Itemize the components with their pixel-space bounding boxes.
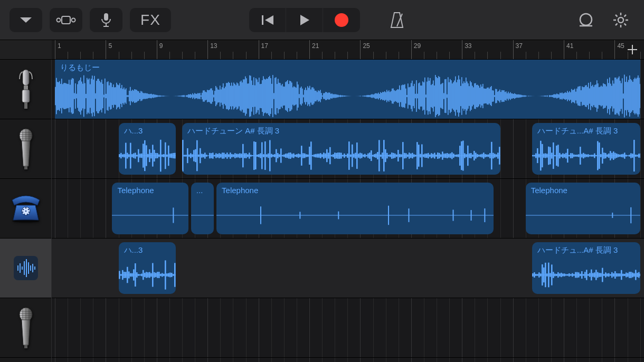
ruler-tick: 45 — [614, 40, 624, 59]
region-waveform — [55, 73, 640, 119]
svg-rect-419 — [431, 85, 432, 107]
track-lane[interactable]: ハ...3ハードチュ...A# 長調 3 — [52, 239, 644, 298]
track-header[interactable] — [0, 179, 51, 239]
metronome-button[interactable] — [383, 8, 411, 32]
svg-rect-105 — [99, 81, 100, 111]
svg-rect-150 — [147, 93, 148, 99]
svg-rect-603 — [625, 82, 626, 110]
svg-rect-596 — [618, 78, 619, 115]
track-view-button[interactable] — [50, 8, 82, 32]
svg-rect-468 — [482, 84, 484, 108]
audio-region[interactable]: ハードチューン A# 長調 3 — [182, 123, 500, 175]
svg-rect-546 — [565, 92, 566, 100]
ruler[interactable]: 159131721252933374145 — [52, 40, 621, 59]
region-label: Telephone — [112, 183, 188, 195]
microphone-button[interactable] — [90, 8, 122, 32]
play-button[interactable] — [286, 8, 323, 32]
svg-rect-458 — [472, 86, 473, 107]
svg-rect-323 — [329, 93, 330, 100]
svg-rect-497 — [513, 94, 514, 98]
svg-rect-234 — [235, 85, 236, 107]
track-header[interactable] — [0, 119, 51, 179]
svg-rect-115 — [110, 82, 111, 109]
svg-rect-288 — [292, 88, 293, 105]
fx-button[interactable]: FX — [130, 8, 171, 32]
svg-rect-557 — [576, 89, 577, 103]
loop-icon — [577, 12, 594, 28]
svg-point-35 — [25, 207, 26, 209]
svg-rect-101 — [95, 93, 96, 99]
svg-rect-466 — [480, 84, 481, 108]
svg-rect-251 — [253, 77, 254, 115]
audio-region[interactable]: ハードチュ...A# 長調 3 — [532, 123, 640, 175]
svg-rect-600 — [622, 78, 623, 113]
audio-region[interactable]: ハ...3 — [119, 242, 176, 294]
audio-region[interactable]: りるもじー — [55, 60, 640, 119]
svg-rect-91 — [84, 83, 86, 109]
svg-point-40 — [23, 214, 25, 215]
svg-rect-551 — [570, 92, 571, 100]
svg-rect-295 — [300, 88, 301, 104]
svg-rect-113 — [108, 81, 109, 111]
svg-rect-362 — [371, 94, 372, 98]
svg-rect-525 — [543, 96, 544, 97]
svg-rect-537 — [555, 94, 556, 98]
record-button[interactable] — [323, 8, 360, 32]
svg-rect-929 — [173, 207, 174, 223]
track-lanes[interactable]: りるもじーハ...3ハードチューン A# 長調 3ハードチュ...A# 長調 3… — [52, 60, 644, 362]
svg-rect-300 — [305, 88, 306, 104]
settings-button[interactable] — [607, 8, 634, 32]
track-header[interactable] — [0, 239, 51, 298]
menu-dropdown-button[interactable] — [10, 8, 42, 32]
audio-region[interactable]: Telephone — [112, 183, 188, 234]
track-lane[interactable] — [52, 298, 644, 358]
svg-rect-306 — [311, 88, 312, 105]
svg-rect-527 — [545, 96, 546, 97]
audio-region[interactable]: Telephone — [216, 183, 494, 234]
audio-region[interactable]: ハ...3 — [119, 123, 176, 175]
svg-rect-579 — [600, 87, 601, 105]
svg-rect-526 — [544, 96, 545, 96]
svg-rect-267 — [270, 78, 271, 114]
rewind-button[interactable] — [249, 8, 286, 32]
svg-rect-435 — [448, 77, 449, 115]
track-lane[interactable]: りるもじー — [52, 60, 644, 119]
svg-rect-117 — [112, 87, 113, 105]
svg-rect-938 — [484, 208, 485, 222]
svg-rect-307 — [312, 87, 314, 104]
svg-rect-287 — [291, 82, 292, 109]
svg-rect-315 — [321, 93, 322, 99]
svg-rect-602 — [624, 74, 625, 117]
svg-line-17 — [624, 15, 627, 17]
svg-rect-219 — [220, 85, 221, 106]
svg-rect-550 — [569, 91, 570, 101]
svg-rect-372 — [381, 93, 382, 99]
svg-rect-534 — [552, 95, 553, 97]
svg-rect-248 — [250, 76, 251, 117]
svg-rect-93 — [87, 78, 88, 115]
svg-rect-188 — [187, 95, 188, 97]
audio-region[interactable]: ハードチュ...A# 長調 3 — [532, 242, 640, 294]
svg-rect-196 — [195, 94, 196, 99]
svg-rect-305 — [310, 90, 311, 103]
audio-region[interactable]: ... — [191, 183, 214, 234]
svg-rect-481 — [496, 89, 497, 103]
track-header[interactable] — [0, 60, 51, 119]
track-lane[interactable]: ハ...3ハードチューン A# 長調 3ハードチュ...A# 長調 3 — [52, 119, 644, 179]
svg-point-42 — [25, 211, 26, 212]
svg-rect-351 — [359, 96, 360, 97]
track-lane[interactable]: Telephone...TelephoneTelephone — [52, 179, 644, 239]
svg-rect-475 — [490, 87, 491, 105]
loop-button[interactable] — [572, 8, 600, 32]
svg-rect-141 — [137, 91, 138, 101]
svg-rect-398 — [409, 87, 410, 104]
svg-rect-109 — [103, 94, 105, 97]
audio-region[interactable]: Telephone — [526, 183, 640, 234]
svg-rect-318 — [324, 93, 325, 99]
track-header[interactable] — [0, 298, 51, 358]
svg-rect-594 — [615, 78, 617, 115]
svg-rect-304 — [309, 86, 310, 107]
svg-rect-503 — [519, 94, 520, 97]
svg-rect-153 — [150, 94, 151, 98]
ruler-tick: 29 — [411, 40, 421, 59]
